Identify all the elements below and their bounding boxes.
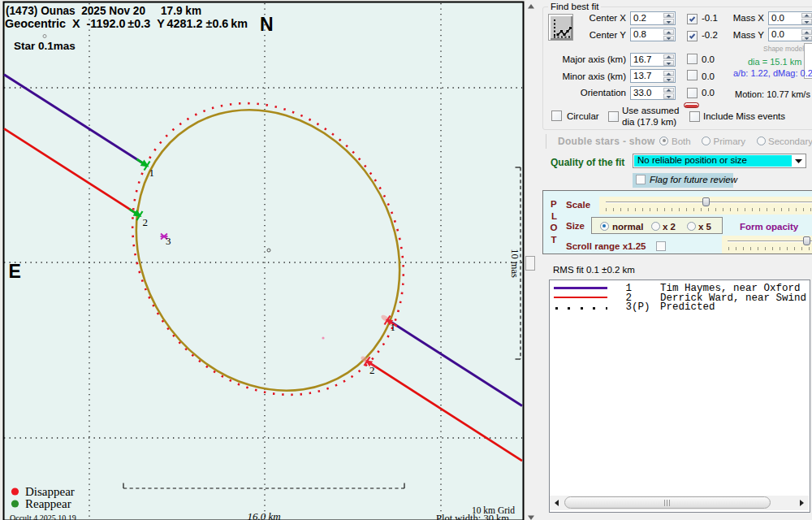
svg-text:Plot width: 30 km: Plot width: 30 km: [436, 513, 509, 520]
svg-text:Star 0.1mas: Star 0.1mas: [14, 40, 76, 52]
svg-text:Occult 4.2025.10.19: Occult 4.2025.10.19: [10, 514, 76, 520]
svg-text:2: 2: [143, 216, 149, 228]
svg-text:3: 3: [166, 235, 171, 247]
svg-text:1: 1: [391, 321, 396, 333]
svg-text:(1473) Ounas 2025 Nov 20: (1473) Ounas 2025 Nov 20 17.9 km: [6, 4, 201, 17]
svg-text:16.0 km: 16.0 km: [247, 510, 280, 520]
svg-text:Geocentric X -1192.0 ±0.3 Y: Geocentric X -1192.0 ±0.3 Y 4281.2 ±0.6 …: [5, 17, 248, 30]
svg-text:1: 1: [149, 167, 155, 179]
svg-text:2: 2: [369, 364, 375, 376]
svg-text:10 mas: 10 mas: [509, 249, 520, 278]
svg-text:Reappear: Reappear: [25, 497, 71, 510]
svg-text:N: N: [260, 14, 274, 35]
svg-text:E: E: [9, 261, 21, 282]
